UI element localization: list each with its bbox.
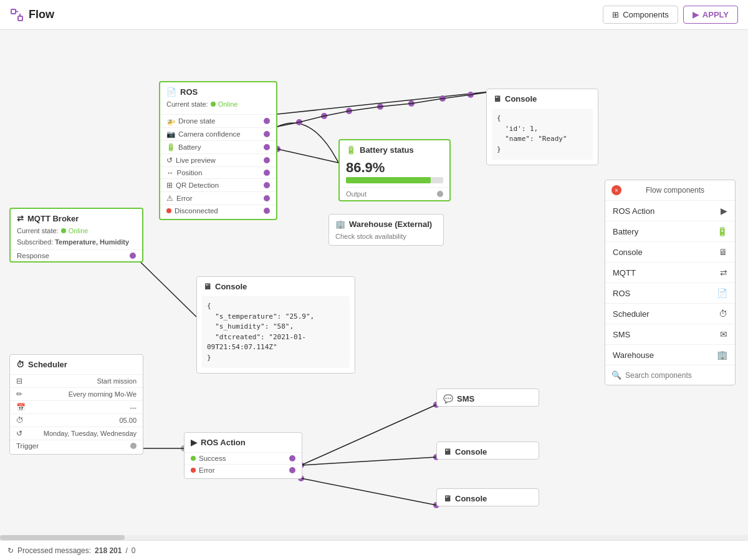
svg-point-5 [321,113,327,119]
battery-status-icon: 🔋 [346,145,356,155]
port-mqtt-response[interactable] [130,253,136,259]
apply-button[interactable]: ▶ APPLY [683,6,738,24]
header: Flow ⊞ Components ▶ APPLY [0,0,748,30]
search-icon: 🔍 [611,370,621,380]
console-tr-node: 🖥 Console { 'id': 1, "name": "Ready" } [486,89,598,165]
flow-canvas[interactable]: 📄 ROS Current state: Online 🚁Drone state… [0,30,748,560]
ros-action-node: ▶ ROS Action Success Error [184,432,302,479]
console-mid-content: { "s_temperature": "25.9", "s_humidity":… [202,296,350,368]
svg-rect-0 [11,9,16,14]
port-live[interactable] [264,157,270,163]
console-mid-header: 🖥 Console [197,277,355,294]
mqtt-header: ⇄ MQTT Broker [11,209,142,226]
scheduler-icon: ⏱ [16,360,24,369]
port-disconnected[interactable] [264,208,270,214]
qr-icon: ⊞ [166,181,173,190]
close-panel-button[interactable]: × [611,185,621,195]
ros-action-body: Success Error [185,450,302,478]
console-tr-content: { 'id': 1, "name": "Ready" } [492,109,593,160]
ros-row-position: ↔Position [160,167,276,178]
console-b1-icon: 🖥 [443,447,451,456]
mqtt-status-dot [61,228,66,233]
success-dot [191,456,196,461]
fc-item-mqtt[interactable]: MQTT ⇄ [605,263,735,283]
fc-item-scheduler[interactable]: Scheduler ⏱ [605,304,735,324]
port-drone[interactable] [264,118,270,124]
svg-point-9 [439,95,446,102]
scheduler-body: ⊟ Start mission ✏ Every morning Mo-We 📅 … [10,372,143,454]
console-b1-node: 🖥 Console [436,442,539,460]
drone-icon: 🚁 [166,117,175,125]
port-ros-error[interactable] [289,467,295,473]
ros-action-header: ▶ ROS Action [185,433,302,450]
flow-components-header: × Flow components [605,180,735,201]
battery-status-header: 🔋 Battery status [340,140,449,157]
ros-action-success: Success [185,452,302,464]
status-online-dot [211,102,216,107]
port-camera[interactable] [264,131,270,137]
svg-point-4 [296,119,302,125]
ros-action-icon: ▶ [191,438,197,447]
scheduler-header: ⏱ Scheduler [10,355,143,372]
scheduler-row-days: ↺ Monday, Tuesday, Wednesday [10,427,143,440]
sms-icon: 💬 [443,394,453,403]
fc-item-console[interactable]: Console 🖥 [605,242,735,263]
play-icon: ▶ [693,10,699,19]
components-button[interactable]: ⊞ Components [603,6,678,24]
svg-point-6 [346,108,352,114]
warehouse-header: 🏢 Warehouse (External) [329,215,443,231]
live-icon: ↺ [166,156,173,165]
time-icon: ⏱ [16,416,26,425]
console-b2-node: 🖥 Console [436,488,539,506]
port-position[interactable] [264,170,270,176]
edit-icon: ✏ [16,390,26,398]
console-tr-icon: 🖥 [493,94,501,104]
page-title: Flow [29,8,54,21]
port-scheduler-trigger[interactable] [130,443,137,449]
ros-row-error: ⚠Error [160,191,276,205]
header-actions: ⊞ Components ▶ APPLY [603,6,738,24]
port-battery[interactable] [264,144,270,150]
port-success[interactable] [289,455,295,461]
ros-node-body: 🚁Drone state 📷Camera confidence 🔋Battery… [160,112,276,219]
fc-item-sms[interactable]: SMS ✉ [605,324,735,345]
ros-node-header: 📄 ROS [160,82,276,99]
console-mid-node: 🖥 Console { "s_temperature": "25.9", "s_… [196,276,355,374]
ros-row-drone: 🚁Drone state [160,114,276,127]
svg-point-10 [467,92,474,98]
scrollbar-thumb[interactable] [0,535,125,540]
ros-row-battery: 🔋Battery [160,140,276,153]
sms-header: 💬 SMS [437,389,539,406]
processed-count: 218 201 [95,546,122,555]
mqtt-status: Current state: Online [11,226,142,237]
battery-bar-inner [346,177,431,183]
warehouse-icon: 🏢 [335,220,345,229]
scheduler-row-time: ⏱ 05.00 [10,413,143,427]
battery-percentage: 86.9% [340,157,449,177]
console-mid-icon: 🖥 [203,282,211,291]
port-qr[interactable] [264,182,270,188]
port-battery-output[interactable] [437,191,443,197]
ros-action-error: Error [185,464,302,476]
sms-node: 💬 SMS [436,389,539,407]
console-b2-icon: 🖥 [443,494,451,503]
port-error[interactable] [264,195,270,201]
error-dot [191,468,196,473]
ros-node: 📄 ROS Current state: Online 🚁Drone state… [159,81,277,220]
ros-status: Current state: Online [160,99,276,112]
fc-item-ros-action[interactable]: ROS Action ▶ [605,201,735,221]
battery-bar-outer [346,177,443,183]
svg-point-8 [408,100,415,107]
mqtt-response-row: Response [11,249,142,261]
ros-icon: 📄 [166,87,176,97]
mqtt-node: ⇄ MQTT Broker Current state: Online Subs… [9,208,143,263]
scheduler-row-mission: ⊟ Start mission [10,374,143,387]
flow-logo-icon [10,8,24,22]
search-components-input[interactable] [625,371,729,380]
console-b1-header: 🖥 Console [437,442,539,459]
fc-item-ros[interactable]: ROS 📄 [605,283,735,304]
fc-item-battery[interactable]: Battery 🔋 [605,221,735,242]
warehouse-node: 🏢 Warehouse (External) Check stock avail… [328,214,444,246]
fc-item-warehouse[interactable]: Warehouse 🏢 [605,345,735,365]
components-icon: ⊞ [612,10,619,19]
